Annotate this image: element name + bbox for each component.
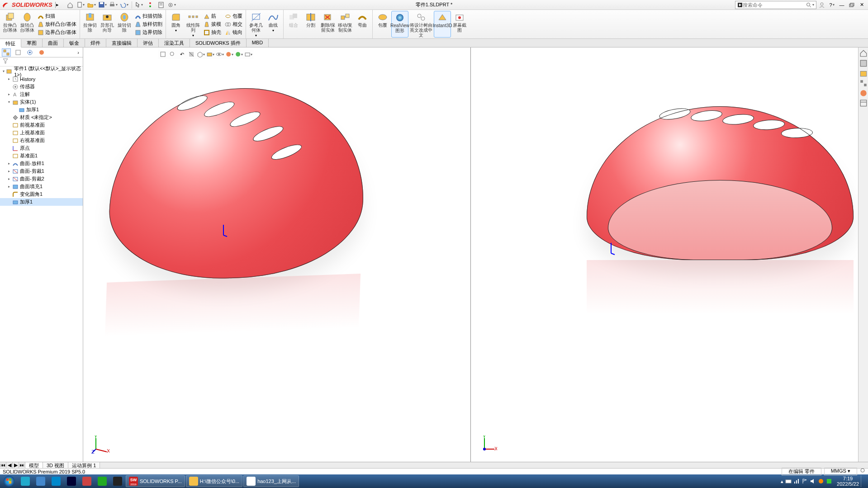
tree-item[interactable]: 原点 bbox=[0, 144, 83, 152]
app-menu-dropdown[interactable]: ▸ bbox=[55, 2, 60, 8]
zoom-fit-icon[interactable] bbox=[159, 50, 167, 58]
bottom-tab[interactable]: 运动算例 1 bbox=[68, 462, 100, 468]
extrude-boss-button[interactable]: 拉伸凸台/基体 bbox=[1, 11, 19, 38]
cm-tab-曲面[interactable]: 曲面 bbox=[43, 39, 64, 47]
custom-props-icon[interactable] bbox=[859, 99, 868, 107]
tree-item[interactable]: 加厚1 bbox=[0, 106, 83, 114]
boundary-cut-button[interactable]: 边界切除 bbox=[133, 28, 164, 36]
move-copy-button[interactable]: 移动/复制实体 bbox=[337, 11, 354, 38]
tray-up-icon[interactable]: ▴ bbox=[781, 479, 783, 484]
taskbar-pinned-browser-360[interactable] bbox=[18, 475, 33, 487]
appearances-icon[interactable] bbox=[859, 89, 868, 97]
tree-item[interactable]: 基准面1 bbox=[0, 152, 83, 160]
status-settings-icon[interactable] bbox=[860, 468, 865, 475]
fillet-button[interactable]: 圆角▾ bbox=[167, 11, 185, 38]
boundary-boss-button[interactable]: 边界凸台/基体 bbox=[36, 28, 78, 36]
tree-item[interactable]: 上视基准面 bbox=[0, 129, 83, 137]
wrap2-button[interactable]: 包覆 bbox=[374, 11, 391, 38]
rebuild-button[interactable] bbox=[145, 1, 155, 9]
cm-tab-特征[interactable]: 特征 bbox=[0, 39, 21, 47]
taskbar-clock[interactable]: 7:19 2022/5/22 bbox=[837, 476, 859, 487]
search-input[interactable] bbox=[743, 2, 806, 8]
tree-item[interactable]: 传感器 bbox=[0, 83, 83, 90]
screenshot-button[interactable]: 屏幕截图 bbox=[451, 11, 468, 38]
edit-appearance-icon[interactable] bbox=[225, 50, 233, 58]
shell-button[interactable]: 抽壳 bbox=[202, 28, 223, 36]
swept-boss-button[interactable]: 扫描 bbox=[36, 12, 78, 20]
graphics-area[interactable]: ↶ YXZ bbox=[83, 47, 858, 462]
tree-item[interactable]: 变化圆角1 bbox=[0, 190, 83, 198]
view-palette-icon[interactable] bbox=[859, 79, 868, 87]
search-icon[interactable] bbox=[806, 2, 811, 8]
search-commands-box[interactable]: ▾ bbox=[735, 1, 816, 9]
bottom-tab[interactable]: 模型 bbox=[25, 462, 43, 468]
taskbar-running[interactable]: H:\微信公众号\0... bbox=[186, 475, 242, 487]
view-orientation-icon[interactable] bbox=[197, 50, 205, 58]
wrap-button[interactable]: 包覆 bbox=[223, 12, 244, 20]
section-view-icon[interactable] bbox=[187, 50, 195, 58]
hide-show-icon[interactable] bbox=[216, 50, 224, 58]
viewport-right[interactable]: YX bbox=[471, 47, 858, 462]
combine-button[interactable]: 组合 bbox=[285, 11, 302, 38]
ref-geom-button[interactable]: 参考几何体▾ bbox=[247, 11, 265, 38]
cm-tab-MBD[interactable]: MBD bbox=[247, 39, 269, 47]
tree-item[interactable]: ▸曲面-放样1 bbox=[0, 160, 83, 167]
taskbar-pinned-photoshop[interactable] bbox=[64, 475, 79, 487]
taskbar-pinned-edge[interactable] bbox=[49, 475, 63, 487]
extrude-cut-button[interactable]: 拉伸切除 bbox=[81, 11, 99, 38]
tree-item[interactable]: ▸曲面-剪裁1 bbox=[0, 167, 83, 175]
bottom-tab[interactable]: 3D 视图 bbox=[43, 462, 68, 468]
linear-pattern-button[interactable]: 线性阵列▾ bbox=[185, 11, 202, 38]
tray-app-icon[interactable] bbox=[818, 478, 824, 484]
home-icon[interactable] bbox=[65, 1, 75, 9]
status-units[interactable]: MMGS ▾ bbox=[824, 468, 857, 475]
feature-tree-tab[interactable] bbox=[2, 48, 11, 57]
home-pane-icon[interactable] bbox=[859, 49, 868, 57]
file-properties-button[interactable] bbox=[156, 1, 166, 9]
tray-volume-icon[interactable] bbox=[810, 478, 816, 484]
apply-scene-icon[interactable] bbox=[235, 50, 243, 58]
design-library-icon[interactable] bbox=[859, 59, 868, 67]
cm-tab-钣金[interactable]: 钣金 bbox=[64, 39, 85, 47]
taskbar-pinned-tool-ok[interactable] bbox=[110, 475, 125, 487]
tree-item[interactable]: ▸A注解 bbox=[0, 90, 83, 98]
delete-keep-button[interactable]: 删除/保留实体 bbox=[319, 11, 337, 38]
tab-nav-last[interactable]: ⏭ bbox=[19, 462, 25, 468]
realview-button[interactable]: RealView 图形 bbox=[391, 11, 408, 38]
tree-item[interactable]: 材质 <未指定> bbox=[0, 114, 83, 121]
property-manager-tab[interactable] bbox=[14, 48, 23, 57]
taskbar-running[interactable]: hao123_上网从... bbox=[243, 475, 299, 487]
panel-expand-icon[interactable]: › bbox=[74, 48, 83, 57]
tab-nav-next[interactable]: ▶ bbox=[13, 462, 19, 468]
undo-button[interactable] bbox=[119, 1, 129, 9]
cm-tab-SOLIDWORKS 插件[interactable]: SOLIDWORKS 插件 bbox=[190, 39, 247, 47]
loft-cut-button[interactable]: 放样切割 bbox=[133, 20, 164, 28]
tree-item[interactable]: 前视基准面 bbox=[0, 121, 83, 129]
show-desktop-button[interactable] bbox=[861, 475, 864, 487]
tree-item[interactable]: ▸曲面填充1 bbox=[0, 183, 83, 190]
view-settings-icon[interactable] bbox=[244, 50, 252, 58]
cm-tab-草图[interactable]: 草图 bbox=[21, 39, 43, 47]
display-style-icon[interactable] bbox=[206, 50, 214, 58]
curves-button[interactable]: 曲线▾ bbox=[265, 11, 282, 38]
viewport-left[interactable]: ↶ YXZ bbox=[83, 47, 470, 462]
draft-button[interactable]: 拔模 bbox=[202, 20, 223, 28]
tree-item[interactable]: ▾实体(1) bbox=[0, 98, 83, 106]
loft-boss-button[interactable]: 放样凸台/基体 bbox=[36, 20, 78, 28]
cm-tab-渲染工具[interactable]: 渲染工具 bbox=[159, 39, 190, 47]
dimxpert-tab[interactable] bbox=[37, 48, 46, 57]
file-explorer-icon[interactable] bbox=[859, 69, 868, 77]
cm-tab-直接编辑[interactable]: 直接编辑 bbox=[106, 39, 138, 47]
close-button[interactable]: ✕ bbox=[857, 1, 866, 9]
start-button[interactable] bbox=[1, 475, 17, 488]
tray-icon[interactable] bbox=[785, 478, 792, 484]
swept-cut-button[interactable]: 扫描切除 bbox=[133, 12, 164, 20]
taskbar-pinned-downloads[interactable] bbox=[33, 475, 48, 487]
taskbar-running[interactable]: SW2019SOLIDWORKS P... bbox=[126, 475, 185, 487]
save-button[interactable] bbox=[98, 1, 108, 9]
tray-app2-icon[interactable] bbox=[826, 478, 832, 484]
print-button[interactable] bbox=[109, 1, 119, 9]
tray-flag-icon[interactable] bbox=[802, 478, 808, 484]
open-button[interactable] bbox=[87, 1, 97, 9]
tab-nav-first[interactable]: ⏮ bbox=[0, 462, 6, 468]
